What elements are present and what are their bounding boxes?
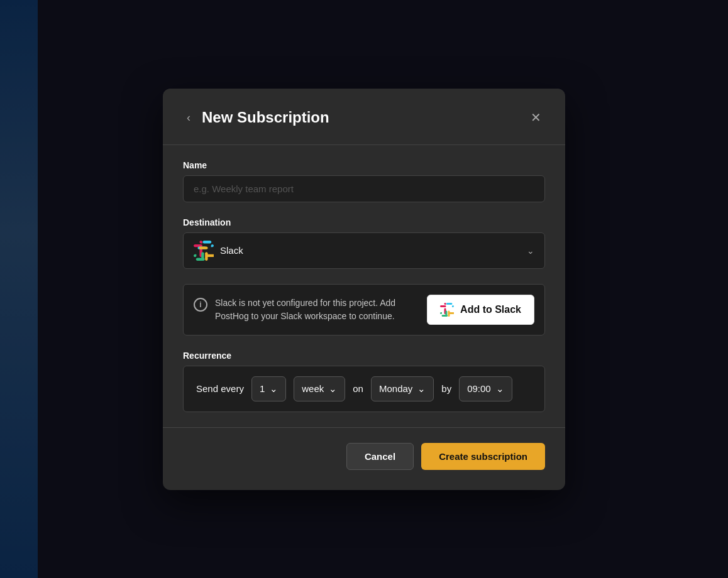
recurrence-label: Recurrence (183, 351, 545, 361)
name-input[interactable] (183, 175, 545, 202)
header-left: ‹ New Subscription (183, 109, 329, 127)
back-button[interactable]: ‹ (183, 109, 194, 127)
day-chevron-icon: ⌄ (417, 383, 426, 395)
slack-info-banner: i Slack is not yet configured for this p… (183, 284, 545, 335)
destination-section: Destination (183, 217, 545, 269)
add-to-slack-label: Add to Slack (460, 304, 521, 315)
info-text: Slack is not yet configured for this pro… (215, 297, 417, 323)
period-chevron-icon: ⌄ (329, 383, 337, 395)
destination-left: Slack (194, 241, 243, 261)
info-icon: i (194, 298, 207, 312)
destination-value: Slack (220, 245, 243, 256)
interval-select[interactable]: 1 ⌄ (251, 376, 286, 401)
add-slack-logo-icon (440, 303, 454, 317)
modal-title: New Subscription (202, 109, 329, 126)
by-label: by (441, 383, 451, 394)
period-value: week (302, 383, 324, 394)
time-select[interactable]: 09:00 ⌄ (459, 376, 512, 401)
on-label: on (353, 383, 363, 394)
new-subscription-modal: ‹ New Subscription ✕ Name Destination (163, 89, 565, 490)
period-select[interactable]: week ⌄ (294, 376, 345, 401)
header-divider (163, 144, 565, 145)
recurrence-section: Recurrence Send every 1 ⌄ week ⌄ on Mond… (183, 351, 545, 412)
destination-dropdown[interactable]: Slack ⌄ (183, 232, 545, 269)
recurrence-row: Send every 1 ⌄ week ⌄ on Monday ⌄ by 09:… (183, 366, 545, 412)
send-every-label: Send every (196, 383, 244, 394)
cancel-button[interactable]: Cancel (346, 443, 414, 470)
footer-divider (163, 427, 565, 428)
name-section: Name (183, 160, 545, 202)
modal-header: ‹ New Subscription ✕ (183, 109, 545, 127)
day-select[interactable]: Monday ⌄ (371, 376, 434, 401)
day-value: Monday (379, 383, 412, 394)
info-left: i Slack is not yet configured for this p… (194, 297, 417, 323)
slack-logo-icon (194, 241, 214, 261)
time-value: 09:00 (467, 383, 491, 394)
destination-chevron-icon: ⌄ (527, 246, 534, 256)
time-chevron-icon: ⌄ (496, 383, 504, 395)
name-label: Name (183, 160, 545, 170)
create-subscription-button[interactable]: Create subscription (421, 443, 545, 470)
add-to-slack-button[interactable]: Add to Slack (427, 295, 534, 325)
modal-footer: Cancel Create subscription (183, 443, 545, 470)
interval-chevron-icon: ⌄ (270, 383, 278, 395)
interval-value: 1 (260, 383, 265, 394)
destination-label: Destination (183, 217, 545, 227)
close-button[interactable]: ✕ (527, 109, 545, 126)
